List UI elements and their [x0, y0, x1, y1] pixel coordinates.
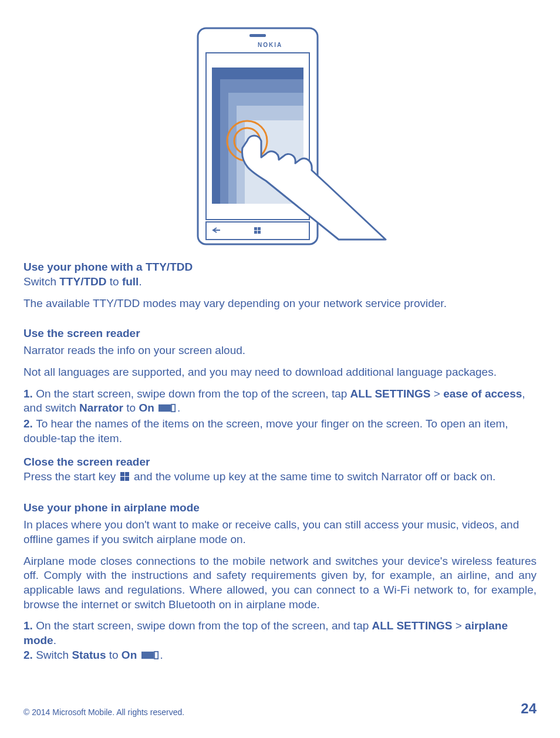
svg-rect-13 — [254, 227, 257, 230]
text: . — [177, 402, 180, 414]
step-number-2: 2. — [23, 649, 36, 661]
text: On the start screen, swipe down from the… — [36, 387, 350, 400]
text: To hear the names of the items on the sc… — [23, 417, 508, 444]
bold-ttytdd: TTY/TDD — [59, 275, 106, 288]
text: Switch — [23, 275, 59, 288]
step-number-2: 2. — [23, 417, 36, 430]
svg-rect-19 — [120, 472, 124, 476]
para-close-reader: Press the start key and the volume up ke… — [23, 470, 537, 486]
svg-rect-15 — [254, 231, 257, 234]
svg-rect-18 — [171, 405, 175, 412]
step-number-1: 1. — [23, 387, 36, 400]
step-number-1: 1. — [23, 619, 36, 632]
para-airplane-steps: 1. On the start screen, swipe down from … — [23, 619, 537, 663]
illustration-container: NOKIA — [23, 23, 537, 247]
bold-on: On — [139, 402, 154, 414]
para-reader-steps: 1. On the start screen, swipe down from … — [23, 387, 537, 446]
para-reader-1: Narrator reads the info on your screen a… — [23, 343, 537, 358]
heading-tty: Use your phone with a TTY/TDD — [23, 261, 537, 274]
svg-rect-1 — [249, 34, 266, 37]
text: On the start screen, swipe down from the… — [36, 619, 372, 632]
text: to — [106, 275, 122, 288]
bold-ease-of-access: ease of access — [443, 387, 522, 400]
text: to — [123, 402, 139, 414]
svg-rect-23 — [141, 652, 153, 658]
svg-rect-17 — [159, 405, 170, 412]
para-tty-note: The available TTY/TDD modes may vary dep… — [23, 296, 537, 311]
text: . — [160, 649, 163, 661]
svg-rect-20 — [125, 472, 129, 476]
text: and the volume up key at the same time t… — [131, 470, 496, 483]
page-number: 24 — [521, 700, 537, 717]
bold-all-settings: ALL SETTINGS — [372, 619, 453, 632]
document-page: NOKIA — [0, 0, 560, 738]
heading-close-reader: Close the screen reader — [23, 456, 537, 469]
para-airplane-2: Airplane mode closes connections to the … — [23, 554, 537, 612]
toggle-on-icon — [158, 402, 176, 417]
para-reader-2: Not all languages are supported, and you… — [23, 365, 537, 380]
svg-rect-21 — [120, 477, 124, 481]
para-tty-switch: Switch TTY/TDD to full. — [23, 275, 537, 289]
svg-rect-14 — [258, 227, 261, 230]
heading-airplane: Use your phone in airplane mode — [23, 501, 537, 514]
text: > — [452, 619, 465, 632]
bold-all-settings: ALL SETTINGS — [350, 387, 431, 400]
text: . — [53, 634, 56, 646]
heading-screen-reader: Use the screen reader — [23, 327, 537, 340]
bold-narrator: Narrator — [79, 402, 123, 414]
text: Switch — [36, 649, 72, 661]
bold-full: full — [122, 275, 139, 288]
text: Press the start key — [23, 470, 119, 483]
text: > — [430, 387, 443, 400]
bold-on: On — [122, 649, 137, 661]
toggle-on-icon — [141, 649, 159, 664]
svg-rect-22 — [125, 477, 129, 481]
text: . — [139, 275, 141, 288]
page-footer: © 2014 Microsoft Mobile. All rights rese… — [23, 700, 537, 717]
phone-tap-illustration: NOKIA — [163, 23, 397, 247]
text: to — [106, 649, 121, 661]
bold-status: Status — [72, 649, 106, 661]
svg-rect-24 — [154, 652, 158, 659]
para-airplane-1: In places where you don't want to make o… — [23, 518, 537, 547]
svg-text:NOKIA: NOKIA — [258, 42, 282, 48]
svg-rect-16 — [258, 231, 261, 234]
start-key-icon — [120, 471, 130, 486]
copyright: © 2014 Microsoft Mobile. All rights rese… — [23, 707, 184, 717]
